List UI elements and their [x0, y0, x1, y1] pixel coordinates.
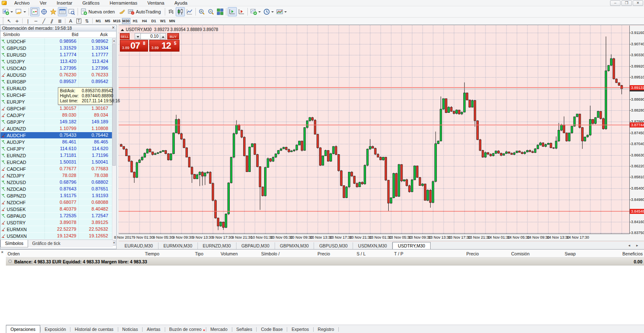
symbol-row-eurusd[interactable]: EURUSD1.177741.17777	[0, 52, 113, 58]
candles-button[interactable]	[176, 7, 185, 16]
tab-scroll-arrows[interactable]: ◂ ▸	[628, 243, 641, 247]
cursor-tool[interactable]: ↖	[5, 18, 13, 24]
column-header-bid[interactable]: Bid	[47, 31, 81, 37]
symbol-row-nzdusd[interactable]: NZDUSD0.687960.68802	[0, 179, 113, 186]
symbol-row-audusd[interactable]: AUDUSD0.762300.76233	[0, 72, 113, 78]
zoom-in-button[interactable]	[197, 7, 206, 16]
chart-tab-gbpusd-m30[interactable]: GBPUSD,M30	[314, 242, 353, 250]
timeframe-w1[interactable]: W1	[159, 18, 167, 24]
volume-increase-button[interactable]	[160, 33, 166, 39]
column-header-ask[interactable]: Ask	[81, 31, 110, 37]
text-tool[interactable]: A	[67, 18, 74, 24]
market-watch-tab-símbolos[interactable]: Símbolos	[0, 240, 28, 247]
symbol-row-chfjpy[interactable]: CHFJPY114.610114.620	[0, 146, 113, 152]
menu-ver[interactable]: Ver	[35, 0, 52, 6]
symbol-row-gbpchf[interactable]: GBPCHF1.301571.30167	[0, 105, 113, 112]
timeframe-m15[interactable]: M15	[113, 18, 121, 24]
symbol-row-cadjpy[interactable]: CADJPY89.03089.034	[0, 112, 113, 119]
symbol-row-eurgbp[interactable]: EURGBP0.895370.89542	[0, 78, 113, 85]
chart-tab-eurnzd-m30[interactable]: EURNZD,M30	[198, 242, 236, 250]
symbol-row-eurcad[interactable]: EURCAD1.500311.50041	[0, 159, 113, 166]
trendline-tool[interactable]: ╱	[40, 18, 47, 24]
market-watch-button[interactable]	[30, 7, 39, 16]
menu-gráficos[interactable]: Gráficos	[78, 0, 105, 6]
symbol-row-eurnzd[interactable]: EURNZD1.711811.71196	[0, 152, 113, 159]
templates-button[interactable]	[275, 7, 288, 16]
dropdown-arrow-icon[interactable]	[284, 11, 287, 13]
terminal-tab-exposición[interactable]: Exposición	[41, 325, 70, 333]
profiles-button[interactable]	[14, 7, 27, 16]
line-button[interactable]	[185, 7, 194, 16]
channel-tool[interactable]: ∥	[48, 18, 55, 24]
menu-ventana[interactable]: Ventana	[143, 0, 169, 6]
sell-price-button[interactable]: 3.89 07 8	[120, 40, 148, 52]
chart-shift-button[interactable]	[228, 7, 237, 16]
auto-scroll-button[interactable]	[237, 7, 246, 16]
fibonacci-tool[interactable]: ≣	[56, 18, 63, 24]
menu-archivo[interactable]: Archivo	[9, 0, 35, 6]
chart-tab-usdmxn-m30[interactable]: USDMXN,M30	[353, 242, 392, 250]
chart-tab-gbpaud-m30[interactable]: GBPAUD,M30	[236, 242, 275, 250]
symbol-row-usdsek[interactable]: USDSEK8.403798.40482	[0, 206, 113, 213]
symbol-row-usdchf[interactable]: USDCHF0.989560.98962	[0, 38, 113, 45]
new-order-button[interactable]: Nueva orden	[79, 7, 117, 16]
symbol-row-audjpy[interactable]: AUDJPY86.46186.465	[0, 139, 113, 146]
symbol-row-usdtry[interactable]: USDTRY3.890783.89125	[0, 219, 113, 226]
terminal-tab-señales[interactable]: Señales	[232, 325, 257, 333]
close-button[interactable]: ✕	[633, 0, 643, 6]
market-watch-tab-gráfico-de-tick[interactable]: Gráfico de tick	[28, 240, 65, 247]
terminal-close-icon[interactable]: ✕	[1, 250, 4, 254]
volume-decrease-button[interactable]	[135, 33, 141, 39]
horn-button[interactable]	[117, 7, 127, 16]
terminal-tab-operaciones[interactable]: Operaciones	[6, 325, 40, 333]
column-header-símbolo[interactable]: Símbolo	[0, 31, 47, 37]
chart-tab-eurmxn-m30[interactable]: EURMXN,M30	[158, 242, 198, 250]
autotrading-button[interactable]: AutoTrading	[127, 7, 164, 16]
collapse-arrow-icon[interactable]	[121, 29, 124, 31]
terminal-column-beneficios[interactable]: Beneficios	[6, 251, 643, 256]
terminal-tab-registro[interactable]: Registro	[314, 325, 338, 333]
vertical-line-tool[interactable]: |	[24, 18, 31, 24]
minimize-button[interactable]: –	[610, 0, 621, 6]
timeframe-h1[interactable]: H1	[131, 18, 140, 24]
scroll-down-icon[interactable]: ▼	[112, 240, 116, 246]
menu-herramientas[interactable]: Herramientas	[104, 0, 142, 6]
chart-plot-area[interactable]: USDTRY,M30 3.89273 3.89354 3.88889 3.890…	[119, 26, 629, 234]
navigator-button[interactable]	[49, 7, 58, 16]
terminal-tab-historial-de-cuentas[interactable]: Historial de cuentas	[70, 325, 117, 333]
new-chart-button[interactable]	[1, 7, 14, 16]
symbol-row-gbpaud[interactable]: GBPAUD1.725351.72547	[0, 213, 113, 219]
symbol-row-usdcad[interactable]: USDCAD1.273951.27396	[0, 65, 113, 72]
sell-button[interactable]: SELL	[120, 33, 130, 39]
terminal-tab-mercado[interactable]: Mercado	[206, 325, 232, 333]
crosshair-tool[interactable]: +	[13, 18, 21, 24]
dropdown-arrow-icon[interactable]	[271, 11, 274, 13]
data-window-button[interactable]	[39, 7, 49, 16]
symbol-row-audchf[interactable]: AUDCHF0.754330.75442	[0, 132, 113, 139]
buy-price-button[interactable]: 3.89 12 5	[149, 40, 179, 52]
symbol-row-gbpusd[interactable]: GBPUSD1.315291.31534	[0, 45, 113, 52]
dropdown-arrow-icon[interactable]	[23, 11, 26, 13]
timeframe-d1[interactable]: D1	[150, 18, 158, 24]
buy-button[interactable]: BUY	[167, 33, 179, 39]
scroll-thumb[interactable]	[112, 44, 116, 166]
market-watch-close-icon[interactable]: ✕	[112, 26, 115, 30]
terminal-tab-buzón-de-correo[interactable]: Buzón de correo▾	[165, 325, 206, 333]
symbol-row-usdmxn[interactable]: USDMXN19.1242919.12652	[0, 233, 113, 239]
symbol-row-gbpjpy[interactable]: GBPJPY149.182149.189	[0, 119, 113, 125]
terminal-tab-alertas[interactable]: Alertas	[143, 325, 165, 333]
symbol-row-usdjpy[interactable]: USDJPY113.420113.424	[0, 58, 113, 65]
timeframe-mn[interactable]: MN	[168, 18, 177, 24]
horizontal-line-tool[interactable]: ─	[32, 18, 39, 24]
volume-input[interactable]: 0.10	[141, 33, 160, 39]
terminal-button[interactable]	[58, 7, 67, 16]
label-tool[interactable]: T	[75, 18, 83, 24]
timeframe-m5[interactable]: M5	[104, 18, 112, 24]
chart-tab-gbpmxn-m30[interactable]: GBPMXN,M30	[275, 242, 314, 250]
symbol-row-eurmxn[interactable]: EURMXN22.5227922.52632	[0, 226, 113, 233]
chart-tab-euraud-m30[interactable]: EURAUD,M30	[119, 242, 158, 250]
terminal-tab-code-base[interactable]: Code Base	[257, 325, 287, 333]
symbol-row-nzdjpy[interactable]: NZDJPY78.02878.038	[0, 172, 113, 179]
strategy-tester-button[interactable]	[67, 7, 76, 16]
arrows-tool[interactable]: ⇅	[83, 18, 91, 24]
